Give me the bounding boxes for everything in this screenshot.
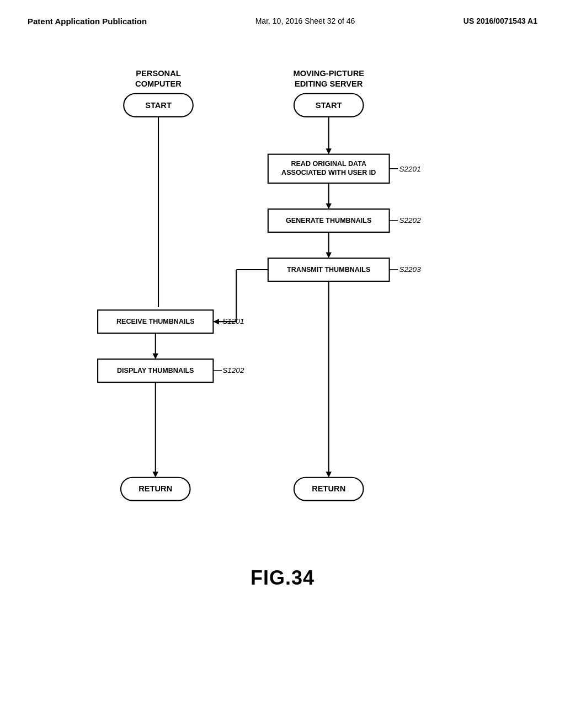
arrowhead-7 bbox=[326, 472, 331, 477]
right-column-label-line1: MOVING-PICTURE bbox=[293, 69, 364, 78]
start-right-label: START bbox=[316, 101, 342, 110]
s1202-label: S1202 bbox=[222, 366, 244, 374]
right-column-label-line2: EDITING SERVER bbox=[295, 79, 363, 88]
arrowhead-2 bbox=[326, 204, 331, 209]
display-thumbnails-label: DISPLAY THUMBNAILS bbox=[117, 367, 194, 374]
diagram-container: PERSONAL COMPUTER MOVING-PICTURE EDITING… bbox=[0, 59, 565, 555]
arrowhead-6 bbox=[153, 472, 158, 477]
return-left-label: RETURN bbox=[138, 484, 172, 493]
transmit-thumbnails-label: TRANSMIT THUMBNAILS bbox=[287, 266, 370, 274]
arrowhead-5 bbox=[153, 354, 158, 359]
return-right-label: RETURN bbox=[312, 484, 345, 493]
receive-thumbnails-label: RECEIVE THUMBNAILS bbox=[116, 318, 195, 325]
generate-thumbnails-label: GENERATE THUMBNAILS bbox=[286, 217, 371, 224]
read-original-line1: READ ORIGINAL DATA bbox=[291, 160, 366, 168]
header-left: Patent Application Publication bbox=[28, 17, 147, 26]
page-header: Patent Application Publication Mar. 10, … bbox=[0, 0, 565, 26]
figure-label: FIG.34 bbox=[0, 566, 565, 590]
s2201-label: S2201 bbox=[399, 165, 420, 173]
s2202-label: S2202 bbox=[399, 216, 421, 224]
left-column-label-line1: PERSONAL bbox=[136, 69, 180, 78]
left-column-label-line2: COMPUTER bbox=[135, 79, 182, 88]
header-right: US 2016/0071543 A1 bbox=[463, 17, 537, 25]
read-original-line2: ASSOCIATED WITH USER ID bbox=[281, 169, 376, 176]
s1201-label: S1201 bbox=[222, 317, 244, 325]
arrowhead-3 bbox=[326, 253, 331, 258]
start-left-label: START bbox=[145, 101, 172, 110]
header-center: Mar. 10, 2016 Sheet 32 of 46 bbox=[255, 17, 355, 25]
s2203-label: S2203 bbox=[399, 265, 421, 274]
flowchart-svg: PERSONAL COMPUTER MOVING-PICTURE EDITING… bbox=[0, 59, 565, 555]
arrowhead-1 bbox=[326, 148, 331, 154]
